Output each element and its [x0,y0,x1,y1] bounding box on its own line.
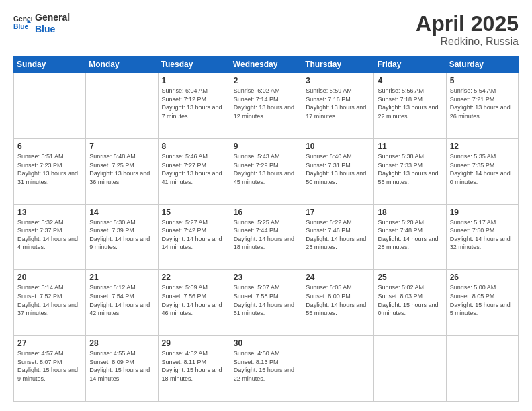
calendar-cell: 17Sunrise: 5:22 AM Sunset: 7:46 PM Dayli… [302,204,374,270]
day-info: Sunrise: 5:25 AM Sunset: 7:44 PM Dayligh… [234,218,298,252]
day-info: Sunrise: 5:00 AM Sunset: 8:05 PM Dayligh… [450,283,515,317]
day-number: 10 [306,142,370,151]
calendar-cell: 13Sunrise: 5:32 AM Sunset: 7:37 PM Dayli… [14,204,86,270]
day-info: Sunrise: 5:59 AM Sunset: 7:16 PM Dayligh… [306,87,370,120]
day-info: Sunrise: 5:20 AM Sunset: 7:48 PM Dayligh… [378,218,442,252]
calendar-cell: 5Sunrise: 5:54 AM Sunset: 7:21 PM Daylig… [446,73,518,139]
calendar-cell: 20Sunrise: 5:14 AM Sunset: 7:52 PM Dayli… [14,270,86,336]
day-number: 4 [378,76,442,85]
day-info: Sunrise: 5:43 AM Sunset: 7:29 PM Dayligh… [234,152,298,186]
day-header-monday: Monday [86,56,158,73]
day-number: 20 [17,273,82,282]
day-info: Sunrise: 5:09 AM Sunset: 7:56 PM Dayligh… [162,283,226,317]
day-number: 23 [234,273,298,282]
day-number: 21 [89,273,154,282]
day-number: 17 [306,208,370,217]
day-number: 28 [89,338,154,348]
calendar-cell: 3Sunrise: 5:59 AM Sunset: 7:16 PM Daylig… [302,73,374,139]
day-info: Sunrise: 4:57 AM Sunset: 8:07 PM Dayligh… [17,349,82,383]
calendar-cell [86,73,158,139]
day-info: Sunrise: 5:07 AM Sunset: 7:58 PM Dayligh… [234,283,298,317]
calendar: SundayMondayTuesdayWednesdayThursdayFrid… [13,56,519,402]
day-number: 2 [234,76,298,85]
day-number: 27 [17,338,82,348]
calendar-cell: 11Sunrise: 5:38 AM Sunset: 7:33 PM Dayli… [374,138,446,204]
day-number: 9 [234,142,298,151]
calendar-cell: 23Sunrise: 5:07 AM Sunset: 7:58 PM Dayli… [230,270,302,336]
week-row-1: 1Sunrise: 6:04 AM Sunset: 7:12 PM Daylig… [14,73,519,139]
calendar-cell: 22Sunrise: 5:09 AM Sunset: 7:56 PM Dayli… [158,270,230,336]
week-row-2: 6Sunrise: 5:51 AM Sunset: 7:23 PM Daylig… [14,138,519,204]
day-info: Sunrise: 4:50 AM Sunset: 8:13 PM Dayligh… [234,349,298,383]
day-number: 3 [306,76,370,85]
calendar-cell: 18Sunrise: 5:20 AM Sunset: 7:48 PM Dayli… [374,204,446,270]
calendar-cell: 25Sunrise: 5:02 AM Sunset: 8:03 PM Dayli… [374,270,446,336]
day-info: Sunrise: 5:48 AM Sunset: 7:25 PM Dayligh… [89,152,154,186]
day-number: 11 [378,142,442,151]
calendar-cell: 24Sunrise: 5:05 AM Sunset: 8:00 PM Dayli… [302,270,374,336]
day-number: 12 [450,142,515,151]
day-info: Sunrise: 5:54 AM Sunset: 7:21 PM Dayligh… [450,87,515,120]
calendar-cell: 9Sunrise: 5:43 AM Sunset: 7:29 PM Daylig… [230,138,302,204]
day-info: Sunrise: 6:02 AM Sunset: 7:14 PM Dayligh… [234,87,298,120]
calendar-cell: 16Sunrise: 5:25 AM Sunset: 7:44 PM Dayli… [230,204,302,270]
day-info: Sunrise: 5:14 AM Sunset: 7:52 PM Dayligh… [17,283,82,317]
day-header-tuesday: Tuesday [158,56,230,73]
day-number: 8 [162,142,226,151]
day-number: 13 [17,208,82,217]
day-info: Sunrise: 5:17 AM Sunset: 7:50 PM Dayligh… [450,218,515,252]
calendar-cell [14,73,86,139]
day-info: Sunrise: 5:56 AM Sunset: 7:18 PM Dayligh… [378,87,442,120]
calendar-cell: 4Sunrise: 5:56 AM Sunset: 7:18 PM Daylig… [374,73,446,139]
day-info: Sunrise: 5:30 AM Sunset: 7:39 PM Dayligh… [89,218,154,252]
day-info: Sunrise: 5:22 AM Sunset: 7:46 PM Dayligh… [306,218,370,252]
calendar-cell: 7Sunrise: 5:48 AM Sunset: 7:25 PM Daylig… [86,138,158,204]
day-info: Sunrise: 5:38 AM Sunset: 7:33 PM Dayligh… [378,152,442,186]
page: General Blue General Blue April 2025 Red… [0,0,532,411]
day-number: 26 [450,273,515,282]
day-info: Sunrise: 5:27 AM Sunset: 7:42 PM Dayligh… [162,218,226,252]
day-header-wednesday: Wednesday [230,56,302,73]
day-number: 14 [89,208,154,217]
calendar-cell: 27Sunrise: 4:57 AM Sunset: 8:07 PM Dayli… [14,336,86,402]
day-header-saturday: Saturday [446,56,518,73]
logo-general: General [35,12,70,24]
logo-blue: Blue [35,24,70,35]
day-number: 7 [89,142,154,151]
month-title: April 2025 [416,12,519,36]
day-number: 16 [234,208,298,217]
day-info: Sunrise: 6:04 AM Sunset: 7:12 PM Dayligh… [162,87,226,120]
calendar-cell: 19Sunrise: 5:17 AM Sunset: 7:50 PM Dayli… [446,204,518,270]
day-number: 30 [234,338,298,348]
calendar-cell: 1Sunrise: 6:04 AM Sunset: 7:12 PM Daylig… [158,73,230,139]
calendar-cell: 6Sunrise: 5:51 AM Sunset: 7:23 PM Daylig… [14,138,86,204]
day-info: Sunrise: 5:02 AM Sunset: 8:03 PM Dayligh… [378,283,442,317]
day-number: 25 [378,273,442,282]
day-info: Sunrise: 5:40 AM Sunset: 7:31 PM Dayligh… [306,152,370,186]
day-info: Sunrise: 5:51 AM Sunset: 7:23 PM Dayligh… [17,152,82,186]
day-header-thursday: Thursday [302,56,374,73]
day-number: 15 [162,208,226,217]
day-number: 18 [378,208,442,217]
calendar-cell: 8Sunrise: 5:46 AM Sunset: 7:27 PM Daylig… [158,138,230,204]
day-number: 1 [162,76,226,85]
title-block: April 2025 Redkino, Russia [416,12,519,48]
calendar-cell: 28Sunrise: 4:55 AM Sunset: 8:09 PM Dayli… [86,336,158,402]
day-header-sunday: Sunday [14,56,86,73]
svg-text:Blue: Blue [13,23,29,30]
calendar-cell [374,336,446,402]
day-number: 29 [162,338,226,348]
calendar-cell: 10Sunrise: 5:40 AM Sunset: 7:31 PM Dayli… [302,138,374,204]
day-info: Sunrise: 5:12 AM Sunset: 7:54 PM Dayligh… [89,283,154,317]
header: General Blue General Blue April 2025 Red… [13,12,519,48]
location-title: Redkino, Russia [416,36,519,48]
day-info: Sunrise: 4:52 AM Sunset: 8:11 PM Dayligh… [162,349,226,383]
week-row-3: 13Sunrise: 5:32 AM Sunset: 7:37 PM Dayli… [14,204,519,270]
calendar-cell [302,336,374,402]
week-row-4: 20Sunrise: 5:14 AM Sunset: 7:52 PM Dayli… [14,270,519,336]
logo: General Blue General Blue [13,12,70,35]
day-info: Sunrise: 5:46 AM Sunset: 7:27 PM Dayligh… [162,152,226,186]
day-number: 19 [450,208,515,217]
day-info: Sunrise: 4:55 AM Sunset: 8:09 PM Dayligh… [89,349,154,383]
week-row-5: 27Sunrise: 4:57 AM Sunset: 8:07 PM Dayli… [14,336,519,402]
